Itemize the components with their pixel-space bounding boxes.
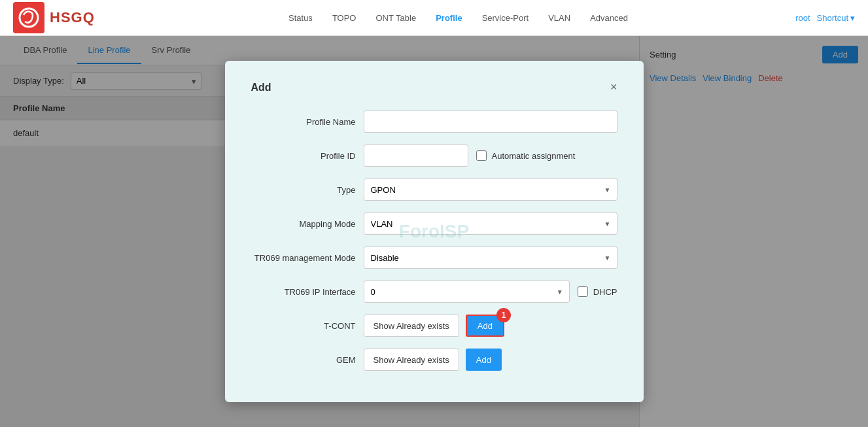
auto-assignment-checkbox[interactable]: [476, 150, 487, 161]
tr069-ip-label: TR069 IP Interface: [251, 287, 356, 297]
profile-id-label: Profile ID: [251, 151, 356, 161]
tr069-mode-select[interactable]: Disable: [364, 247, 617, 269]
main-content: DBA Profile Line Profile Srv Profile Dis…: [0, 36, 868, 427]
nav-vlan[interactable]: VLAN: [548, 13, 570, 23]
nav-shortcut[interactable]: Shortcut ▾: [817, 13, 855, 23]
auto-assignment-label: Automatic assignment: [492, 151, 576, 161]
nav-profile[interactable]: Profile: [436, 13, 462, 23]
tcont-row: T-CONT Show Already exists Add 1: [251, 315, 617, 337]
mapping-mode-select-wrapper: VLAN: [364, 213, 617, 235]
dhcp-group: DHCP: [578, 286, 617, 297]
tr069-ip-select[interactable]: 0: [364, 281, 570, 303]
profile-name-label: Profile Name: [251, 117, 356, 127]
svg-rect-0: [13, 2, 44, 33]
tr069-ip-select-wrapper: 0: [364, 281, 570, 303]
mapping-mode-row: Mapping Mode VLAN: [251, 213, 617, 235]
nav-right: root Shortcut ▾: [795, 13, 855, 23]
tcont-badge: 1: [496, 308, 511, 322]
dhcp-checkbox[interactable]: [578, 286, 588, 297]
type-select-wrapper: GPON: [364, 179, 617, 201]
tr069-mode-label: TR069 management Mode: [251, 253, 356, 263]
nav-topo[interactable]: TOPO: [332, 13, 356, 23]
add-modal: Add × Profile Name Profile ID Automatic …: [225, 61, 644, 402]
tcont-add-wrapper: Add 1: [466, 315, 504, 337]
modal-close-button[interactable]: ×: [610, 80, 617, 94]
auto-assignment-group: Automatic assignment: [476, 150, 576, 161]
modal-header: Add ×: [251, 80, 617, 94]
gem-add-button[interactable]: Add: [466, 349, 502, 371]
tr069-ip-row: TR069 IP Interface 0 DHCP: [251, 281, 617, 303]
nav-status[interactable]: Status: [288, 13, 313, 23]
nav-advanced[interactable]: Advanced: [590, 13, 628, 23]
tcont-show-exists-button[interactable]: Show Already exists: [364, 315, 459, 337]
tr069-mode-row: TR069 management Mode Disable: [251, 247, 617, 269]
logo-area: HSGQ: [13, 2, 95, 33]
tcont-controls: Show Already exists Add 1: [364, 315, 504, 337]
gem-row: GEM Show Already exists Add: [251, 349, 617, 371]
profile-id-input[interactable]: [364, 145, 468, 167]
profile-id-row: Profile ID Automatic assignment: [251, 145, 617, 167]
nav-ont-table[interactable]: ONT Table: [375, 13, 416, 23]
tcont-label: T-CONT: [251, 321, 356, 331]
nav-user[interactable]: root: [795, 13, 810, 23]
profile-name-row: Profile Name: [251, 111, 617, 133]
nav-service-port[interactable]: Service-Port: [482, 13, 529, 23]
type-label: Type: [251, 185, 356, 195]
mapping-mode-select[interactable]: VLAN: [364, 213, 617, 235]
type-select[interactable]: GPON: [364, 179, 617, 201]
mapping-mode-label: Mapping Mode: [251, 219, 356, 229]
tr069-mode-select-wrapper: Disable: [364, 247, 617, 269]
dhcp-label: DHCP: [593, 287, 617, 297]
profile-name-input[interactable]: [364, 111, 617, 133]
logo-icon: [13, 2, 44, 33]
gem-show-exists-button[interactable]: Show Already exists: [364, 349, 459, 371]
gem-controls: Show Already exists Add: [364, 349, 502, 371]
modal-title: Add: [251, 82, 271, 94]
nav-links: Status TOPO ONT Table Profile Service-Po…: [121, 13, 795, 23]
top-nav: HSGQ Status TOPO ONT Table Profile Servi…: [0, 0, 868, 36]
logo-text: HSGQ: [50, 9, 95, 26]
gem-label: GEM: [251, 355, 356, 365]
type-row: Type GPON: [251, 179, 617, 201]
